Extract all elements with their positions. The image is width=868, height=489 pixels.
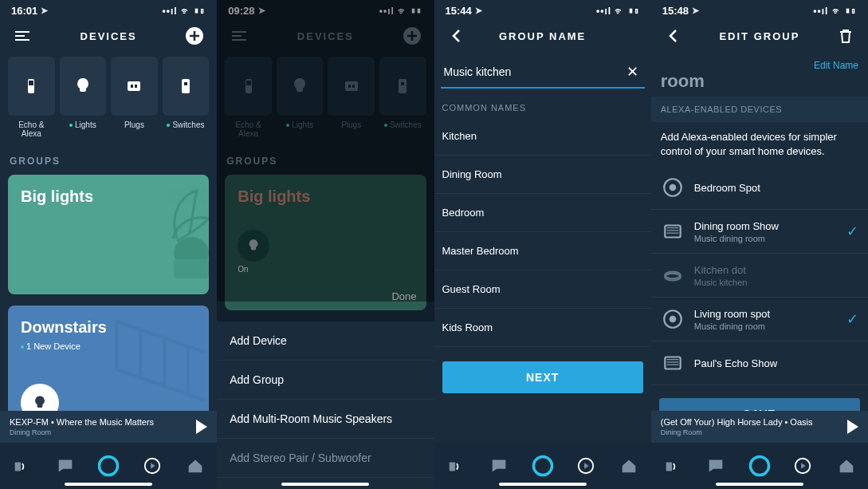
header: GROUP NAME bbox=[434, 18, 651, 57]
device-row[interactable]: Bedroom Spot bbox=[651, 166, 868, 210]
svg-point-23 bbox=[533, 456, 552, 475]
category-lights[interactable] bbox=[60, 57, 107, 116]
common-name-item[interactable]: Kitchen bbox=[434, 117, 651, 156]
category-switches bbox=[379, 57, 426, 116]
nav-play[interactable] bbox=[791, 454, 815, 478]
location-icon: ➤ bbox=[692, 6, 699, 16]
check-icon: ✓ bbox=[846, 310, 858, 328]
add-group-item[interactable]: Add Group bbox=[217, 361, 434, 400]
device-sub: Music dining room bbox=[694, 321, 770, 331]
action-sheet: Add Device Add Group Add Multi-Room Musi… bbox=[217, 321, 434, 489]
trash-icon[interactable] bbox=[836, 26, 855, 45]
common-name-item[interactable]: Dining Room bbox=[434, 156, 651, 194]
nav-alexa[interactable] bbox=[96, 454, 120, 478]
category-labels: Echo & Alexa Lights Plugs Switches bbox=[217, 116, 434, 138]
add-multiroom-item[interactable]: Add Multi-Room Music Speakers bbox=[217, 400, 434, 439]
add-button[interactable] bbox=[185, 26, 204, 45]
device-sub: Music dining room bbox=[694, 234, 779, 243]
nav-alexa[interactable] bbox=[748, 454, 772, 478]
group-name-input[interactable] bbox=[444, 65, 623, 78]
device-sub: Music kitchen bbox=[694, 278, 748, 287]
page-title: DEVICES bbox=[32, 30, 185, 42]
nav-speaker[interactable] bbox=[10, 454, 33, 478]
status-icons: ••ıl ᯤ ▮▯ bbox=[163, 6, 206, 17]
home-indicator bbox=[65, 483, 152, 486]
category-plugs[interactable] bbox=[111, 57, 158, 116]
page-title: GROUP NAME bbox=[466, 30, 619, 42]
device-name: Dining room Show bbox=[694, 220, 779, 232]
status-icons: ••ıl ᯤ ▮▮ bbox=[379, 6, 423, 17]
screen-devices: 16:01➤ ••ıl ᯤ ▮▯ DEVICES Echo & Alexa Li… bbox=[0, 0, 217, 489]
group-card-big-lights: Big lights On Done bbox=[225, 175, 426, 310]
on-label: On bbox=[238, 265, 413, 274]
device-list: Bedroom Spot Dining room ShowMusic dinin… bbox=[651, 166, 868, 385]
nav-play[interactable] bbox=[574, 454, 598, 478]
location-icon: ➤ bbox=[475, 6, 482, 16]
done-button[interactable]: Done bbox=[391, 290, 416, 302]
back-icon[interactable] bbox=[664, 26, 683, 45]
room-label: room bbox=[651, 71, 868, 92]
category-labels: Echo & Alexa Lights Plugs Switches bbox=[0, 116, 217, 138]
groups-header: GROUPS bbox=[0, 138, 217, 175]
np-sub: Dining Room bbox=[661, 428, 813, 436]
clock: 15:48 bbox=[662, 5, 689, 17]
category-echo[interactable] bbox=[8, 57, 55, 116]
play-icon[interactable] bbox=[196, 420, 207, 434]
check-icon: ✓ bbox=[846, 223, 858, 240]
menu-icon[interactable] bbox=[13, 26, 32, 45]
now-playing-bar[interactable]: KEXP-FM • Where the Music Matters Dining… bbox=[0, 411, 217, 443]
device-row[interactable]: Kitchen dotMusic kitchen bbox=[651, 254, 868, 298]
category-lights bbox=[277, 57, 324, 116]
nav-speaker[interactable] bbox=[661, 454, 685, 478]
common-names-header: COMMON NAMES bbox=[434, 89, 651, 117]
now-playing-bar[interactable]: (Get Off Your) High Horse Lady • Oasis D… bbox=[651, 411, 868, 443]
category-echo bbox=[225, 57, 272, 116]
nav-alexa[interactable] bbox=[531, 454, 555, 478]
nav-home[interactable] bbox=[835, 454, 858, 478]
status-bar: 15:48➤ ••ıl ᯤ ▮▯ bbox=[651, 0, 868, 18]
play-icon[interactable] bbox=[847, 420, 858, 434]
nav-home[interactable] bbox=[617, 454, 641, 478]
nav-play[interactable] bbox=[140, 454, 164, 478]
device-icon bbox=[661, 307, 685, 331]
device-row[interactable]: Living room spotMusic dining room ✓ bbox=[651, 298, 868, 341]
group-name-input-row: ✕ bbox=[441, 57, 645, 89]
section-header: ALEXA-ENABLED DEVICES bbox=[651, 97, 868, 122]
clear-input-icon[interactable]: ✕ bbox=[623, 63, 642, 81]
screen-group-name: 15:44➤ ••ıl ᯤ ▮▯ GROUP NAME ✕ COMMON NAM… bbox=[434, 0, 651, 489]
common-name-item[interactable]: Bedroom bbox=[434, 194, 651, 232]
np-title: KEXP-FM • Where the Music Matters bbox=[10, 417, 154, 427]
device-row[interactable]: Paul's Echo Show bbox=[651, 341, 868, 385]
device-icon bbox=[661, 351, 685, 375]
header: DEVICES bbox=[217, 18, 434, 57]
category-switches[interactable] bbox=[163, 57, 210, 116]
home-indicator bbox=[716, 483, 803, 486]
nav-speaker[interactable] bbox=[444, 454, 468, 478]
status-icons: ••ıl ᯤ ▮▯ bbox=[813, 6, 857, 17]
header: DEVICES bbox=[0, 18, 217, 57]
common-name-item[interactable]: Master Bedroom bbox=[434, 232, 651, 270]
add-button[interactable] bbox=[403, 26, 422, 45]
nav-chat[interactable] bbox=[487, 454, 511, 478]
header: EDIT GROUP bbox=[651, 18, 868, 57]
section-desc: Add Alexa-enabled devices for simpler co… bbox=[651, 122, 868, 166]
nav-chat[interactable] bbox=[53, 454, 77, 478]
add-stereo-item[interactable]: Add Stereo Pair / Subwoofer bbox=[217, 439, 434, 478]
nav-home[interactable] bbox=[183, 454, 207, 478]
common-names-list: Kitchen Dining Room Bedroom Master Bedro… bbox=[434, 117, 651, 347]
add-device-item[interactable]: Add Device bbox=[217, 321, 434, 361]
home-indicator bbox=[281, 483, 369, 486]
back-icon[interactable] bbox=[447, 26, 466, 45]
device-row[interactable]: Dining room ShowMusic dining room ✓ bbox=[651, 210, 868, 254]
nav-chat[interactable] bbox=[704, 454, 728, 478]
device-name: Kitchen dot bbox=[694, 264, 748, 276]
plant-icon bbox=[129, 183, 209, 278]
group-card-big-lights[interactable]: Big lights bbox=[8, 175, 209, 294]
next-button[interactable]: NEXT bbox=[442, 361, 643, 393]
page-title: EDIT GROUP bbox=[683, 30, 836, 42]
device-icon bbox=[661, 175, 685, 199]
common-name-item[interactable]: Guest Room bbox=[434, 270, 651, 309]
common-name-item[interactable]: Kids Room bbox=[434, 309, 651, 347]
svg-point-21 bbox=[100, 456, 118, 475]
menu-icon[interactable] bbox=[230, 26, 249, 45]
